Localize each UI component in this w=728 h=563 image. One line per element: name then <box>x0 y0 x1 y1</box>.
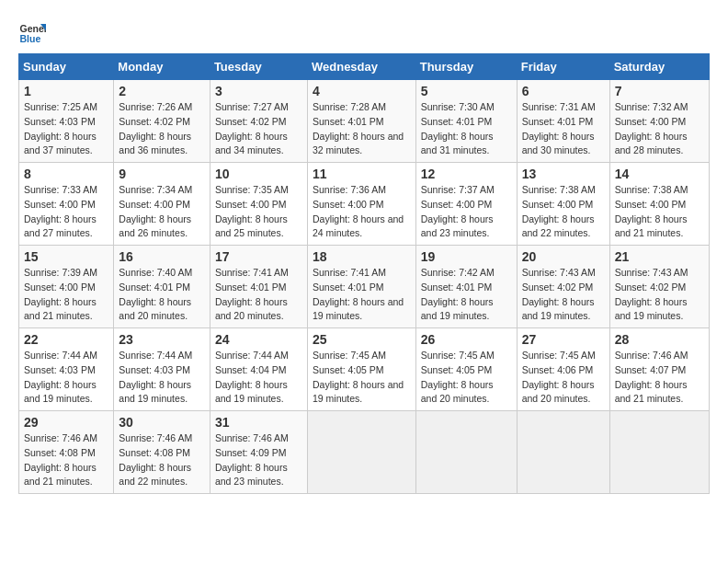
day-number: 4 <box>313 84 411 98</box>
day-number: 8 <box>24 167 108 181</box>
day-cell: 25 Sunrise: 7:45 AM Sunset: 4:05 PM Dayl… <box>307 328 415 411</box>
day-number: 17 <box>215 249 302 264</box>
day-info: Sunrise: 7:43 AM Sunset: 4:02 PM Dayligh… <box>615 266 704 324</box>
week-row-2: 8 Sunrise: 7:33 AM Sunset: 4:00 PM Dayli… <box>19 163 710 246</box>
day-info: Sunrise: 7:44 AM Sunset: 4:03 PM Dayligh… <box>24 349 108 407</box>
day-info: Sunrise: 7:34 AM Sunset: 4:00 PM Dayligh… <box>119 183 205 241</box>
day-info: Sunrise: 7:38 AM Sunset: 4:00 PM Dayligh… <box>522 183 605 241</box>
day-number: 2 <box>119 84 205 98</box>
day-cell: 20 Sunrise: 7:43 AM Sunset: 4:02 PM Dayl… <box>517 246 609 328</box>
day-info: Sunrise: 7:36 AM Sunset: 4:00 PM Dayligh… <box>313 183 411 241</box>
day-cell <box>609 411 709 494</box>
col-header-sunday: Sunday <box>19 54 114 80</box>
day-info: Sunrise: 7:27 AM Sunset: 4:02 PM Dayligh… <box>215 100 302 158</box>
day-number: 19 <box>421 249 512 264</box>
day-cell: 14 Sunrise: 7:38 AM Sunset: 4:00 PM Dayl… <box>609 163 709 246</box>
day-number: 24 <box>215 332 302 347</box>
day-number: 21 <box>615 249 704 264</box>
day-cell: 5 Sunrise: 7:30 AM Sunset: 4:01 PM Dayli… <box>415 80 517 163</box>
day-cell: 13 Sunrise: 7:38 AM Sunset: 4:00 PM Dayl… <box>517 163 609 246</box>
day-info: Sunrise: 7:46 AM Sunset: 4:09 PM Dayligh… <box>215 431 302 489</box>
day-number: 18 <box>313 249 411 264</box>
day-number: 20 <box>522 249 605 264</box>
day-number: 11 <box>313 167 411 181</box>
day-number: 9 <box>119 167 205 181</box>
col-header-friday: Friday <box>517 54 609 80</box>
day-info: Sunrise: 7:42 AM Sunset: 4:01 PM Dayligh… <box>421 266 512 324</box>
svg-text:Blue: Blue <box>20 33 41 44</box>
day-cell: 30 Sunrise: 7:46 AM Sunset: 4:08 PM Dayl… <box>114 411 210 494</box>
day-info: Sunrise: 7:32 AM Sunset: 4:00 PM Dayligh… <box>615 100 704 158</box>
week-row-1: 1 Sunrise: 7:25 AM Sunset: 4:03 PM Dayli… <box>19 80 710 163</box>
day-info: Sunrise: 7:31 AM Sunset: 4:01 PM Dayligh… <box>522 100 605 158</box>
day-info: Sunrise: 7:28 AM Sunset: 4:01 PM Dayligh… <box>313 100 411 158</box>
day-number: 13 <box>522 167 605 181</box>
week-row-4: 22 Sunrise: 7:44 AM Sunset: 4:03 PM Dayl… <box>19 328 710 411</box>
day-cell: 12 Sunrise: 7:37 AM Sunset: 4:00 PM Dayl… <box>415 163 517 246</box>
day-info: Sunrise: 7:35 AM Sunset: 4:00 PM Dayligh… <box>215 183 302 241</box>
day-number: 27 <box>522 332 605 347</box>
day-cell: 29 Sunrise: 7:46 AM Sunset: 4:08 PM Dayl… <box>19 411 114 494</box>
day-info: Sunrise: 7:46 AM Sunset: 4:08 PM Dayligh… <box>119 431 205 489</box>
day-info: Sunrise: 7:43 AM Sunset: 4:02 PM Dayligh… <box>522 266 605 324</box>
day-number: 1 <box>24 84 108 98</box>
day-cell: 2 Sunrise: 7:26 AM Sunset: 4:02 PM Dayli… <box>114 80 210 163</box>
day-cell: 3 Sunrise: 7:27 AM Sunset: 4:02 PM Dayli… <box>210 80 307 163</box>
logo: General Blue <box>18 18 50 46</box>
day-info: Sunrise: 7:25 AM Sunset: 4:03 PM Dayligh… <box>24 100 108 158</box>
day-cell <box>517 411 609 494</box>
day-number: 25 <box>313 332 411 347</box>
day-number: 10 <box>215 167 302 181</box>
day-cell: 24 Sunrise: 7:44 AM Sunset: 4:04 PM Dayl… <box>210 328 307 411</box>
day-cell: 22 Sunrise: 7:44 AM Sunset: 4:03 PM Dayl… <box>19 328 114 411</box>
day-cell: 31 Sunrise: 7:46 AM Sunset: 4:09 PM Dayl… <box>210 411 307 494</box>
day-info: Sunrise: 7:37 AM Sunset: 4:00 PM Dayligh… <box>421 183 512 241</box>
day-cell: 17 Sunrise: 7:41 AM Sunset: 4:01 PM Dayl… <box>210 246 307 328</box>
day-number: 29 <box>24 415 108 430</box>
col-header-tuesday: Tuesday <box>210 54 307 80</box>
day-cell: 21 Sunrise: 7:43 AM Sunset: 4:02 PM Dayl… <box>609 246 709 328</box>
col-header-wednesday: Wednesday <box>307 54 415 80</box>
day-number: 16 <box>119 249 205 264</box>
day-info: Sunrise: 7:38 AM Sunset: 4:00 PM Dayligh… <box>615 183 704 241</box>
day-number: 7 <box>615 84 704 98</box>
day-info: Sunrise: 7:41 AM Sunset: 4:01 PM Dayligh… <box>215 266 302 324</box>
col-header-saturday: Saturday <box>609 54 709 80</box>
day-cell: 28 Sunrise: 7:46 AM Sunset: 4:07 PM Dayl… <box>609 328 709 411</box>
week-row-3: 15 Sunrise: 7:39 AM Sunset: 4:00 PM Dayl… <box>19 246 710 328</box>
day-number: 5 <box>421 84 512 98</box>
day-number: 26 <box>421 332 512 347</box>
day-number: 12 <box>421 167 512 181</box>
col-header-thursday: Thursday <box>415 54 517 80</box>
day-info: Sunrise: 7:46 AM Sunset: 4:08 PM Dayligh… <box>24 431 108 489</box>
day-number: 14 <box>615 167 704 181</box>
calendar-table: SundayMondayTuesdayWednesdayThursdayFrid… <box>18 53 710 494</box>
day-cell: 4 Sunrise: 7:28 AM Sunset: 4:01 PM Dayli… <box>307 80 415 163</box>
day-cell: 19 Sunrise: 7:42 AM Sunset: 4:01 PM Dayl… <box>415 246 517 328</box>
day-info: Sunrise: 7:39 AM Sunset: 4:00 PM Dayligh… <box>24 266 108 324</box>
day-info: Sunrise: 7:41 AM Sunset: 4:01 PM Dayligh… <box>313 266 411 324</box>
day-number: 22 <box>24 332 108 347</box>
day-info: Sunrise: 7:45 AM Sunset: 4:05 PM Dayligh… <box>421 349 512 407</box>
day-cell <box>307 411 415 494</box>
day-info: Sunrise: 7:40 AM Sunset: 4:01 PM Dayligh… <box>119 266 205 324</box>
day-cell: 11 Sunrise: 7:36 AM Sunset: 4:00 PM Dayl… <box>307 163 415 246</box>
day-info: Sunrise: 7:44 AM Sunset: 4:03 PM Dayligh… <box>119 349 205 407</box>
day-info: Sunrise: 7:33 AM Sunset: 4:00 PM Dayligh… <box>24 183 108 241</box>
day-cell: 15 Sunrise: 7:39 AM Sunset: 4:00 PM Dayl… <box>19 246 114 328</box>
page-header: General Blue <box>18 18 710 46</box>
day-cell: 16 Sunrise: 7:40 AM Sunset: 4:01 PM Dayl… <box>114 246 210 328</box>
day-cell <box>415 411 517 494</box>
day-info: Sunrise: 7:44 AM Sunset: 4:04 PM Dayligh… <box>215 349 302 407</box>
day-cell: 9 Sunrise: 7:34 AM Sunset: 4:00 PM Dayli… <box>114 163 210 246</box>
day-cell: 7 Sunrise: 7:32 AM Sunset: 4:00 PM Dayli… <box>609 80 709 163</box>
day-info: Sunrise: 7:26 AM Sunset: 4:02 PM Dayligh… <box>119 100 205 158</box>
day-cell: 6 Sunrise: 7:31 AM Sunset: 4:01 PM Dayli… <box>517 80 609 163</box>
col-header-monday: Monday <box>114 54 210 80</box>
day-info: Sunrise: 7:45 AM Sunset: 4:05 PM Dayligh… <box>313 349 411 407</box>
day-cell: 1 Sunrise: 7:25 AM Sunset: 4:03 PM Dayli… <box>19 80 114 163</box>
day-number: 23 <box>119 332 205 347</box>
logo-icon: General Blue <box>18 18 46 46</box>
day-info: Sunrise: 7:45 AM Sunset: 4:06 PM Dayligh… <box>522 349 605 407</box>
day-number: 28 <box>615 332 704 347</box>
